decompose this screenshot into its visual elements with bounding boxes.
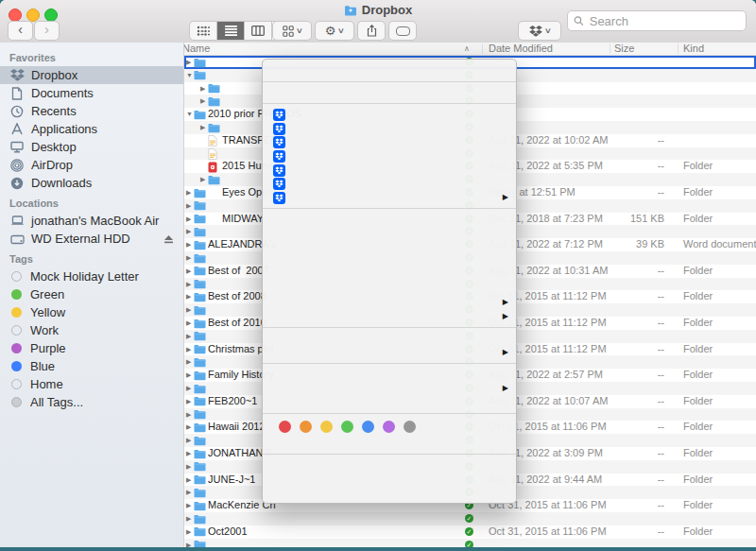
menu-item-request-files-[interactable]: Request files... ▶	[263, 135, 516, 149]
menu-item-rename[interactable]: Rename ▶	[263, 227, 516, 241]
disclosure-triangle-icon[interactable]: ▶	[186, 447, 191, 460]
disclosure-triangle-icon[interactable]: ▶	[186, 343, 191, 356]
disclosure-triangle-icon[interactable]: ▶	[186, 434, 191, 447]
sidebar-item-desktop[interactable]: Desktop	[0, 138, 183, 156]
disclosure-triangle-icon[interactable]: ▶	[186, 525, 191, 539]
disclosure-triangle-icon[interactable]: ▶	[186, 199, 191, 213]
sidebar-item-airdrop[interactable]: AirDrop	[0, 156, 183, 174]
sidebar-item-work[interactable]: Work	[0, 321, 183, 339]
dropbox-toolbar-button[interactable]: ∨	[518, 21, 561, 41]
disclosure-triangle-icon[interactable]: ▶	[186, 474, 191, 487]
column-header-size[interactable]: Size	[614, 43, 634, 55]
forward-button[interactable]: ›	[34, 21, 60, 41]
tag-color-button[interactable]	[341, 421, 353, 433]
sidebar-item-recents[interactable]: Recents	[0, 102, 183, 120]
sidebar-item-purple[interactable]: Purple	[0, 339, 183, 357]
tags-button[interactable]	[388, 21, 417, 41]
menu-item-make-alias[interactable]: Make Alias ▶	[263, 268, 516, 283]
sidebar-item-downloads[interactable]: Downloads	[0, 174, 183, 192]
sidebar-item-green[interactable]: Green	[0, 285, 183, 303]
menu-item-copy-2022-fire-back-ups-no-1-8-11-2022-[interactable]: Copy “ 2022 FIRE BACK UPS No 1 8 11 2022…	[263, 332, 516, 346]
column-header-kind[interactable]: Kind	[683, 43, 704, 55]
menu-item-folder-actions-setup-[interactable]: Folder Actions Setup... ▶	[263, 458, 516, 473]
disclosure-triangle-icon[interactable]: ▶	[186, 395, 191, 408]
menu-item-get-info[interactable]: Get Info ▶	[263, 213, 516, 227]
disclosure-triangle-icon[interactable]: ▶	[186, 408, 191, 422]
disclosure-triangle-icon[interactable]: ▶	[186, 278, 191, 291]
disclosure-triangle-icon[interactable]: ▶	[186, 186, 191, 199]
tag-color-button[interactable]	[362, 421, 374, 433]
group-button[interactable]: ∨	[272, 21, 312, 41]
menu-item-copy-dropbox-link[interactable]: Copy Dropbox Link ▶	[263, 149, 516, 164]
sidebar-item-wd-external-hdd[interactable]: WD External HDD	[0, 230, 183, 248]
disclosure-triangle-icon[interactable]: ▶	[186, 225, 191, 238]
disclosure-triangle-icon[interactable]: ▶	[186, 290, 191, 303]
table-row[interactable]: ▶ OGF Scans ✓ Jul 30, 2022 at 5:14 PM --…	[184, 512, 756, 525]
column-header-date-modified[interactable]: Date Modified	[489, 43, 553, 55]
share-button[interactable]	[357, 21, 386, 41]
sidebar-item-documents[interactable]: Documents	[0, 84, 183, 102]
tag-color-button[interactable]	[320, 421, 333, 433]
sidebar-item-jonathan-s-macbook-air[interactable]: jonathan's MacBook Air	[0, 212, 183, 230]
disclosure-triangle-icon[interactable]: ▶	[186, 330, 191, 343]
disclosure-triangle-icon[interactable]: ▶	[186, 238, 191, 251]
disclosure-triangle-icon[interactable]: ▶	[186, 56, 191, 69]
menu-item-rewind[interactable]: Rewind ▶	[263, 164, 516, 178]
disclosure-triangle-icon[interactable]: ▶	[186, 355, 191, 369]
menu-item-share-[interactable]: Share... ▶	[263, 108, 516, 122]
disclosure-triangle-icon[interactable]: ▶	[186, 460, 191, 474]
menu-item-import-from-iphone-or-ipad[interactable]: Import from iPhone or iPad ▶	[263, 346, 516, 360]
disclosure-triangle-icon[interactable]: ▶	[186, 421, 191, 434]
tag-color-button[interactable]	[279, 421, 291, 433]
eject-icon[interactable]	[163, 232, 174, 247]
disclosure-triangle-icon[interactable]: ▶	[186, 382, 191, 395]
menu-item-duplicate[interactable]: Duplicate ▶	[263, 254, 516, 268]
sidebar-item-dropbox[interactable]: Dropbox	[0, 66, 183, 84]
menu-item-view-on-dropbox-com[interactable]: View on Dropbox.com ▶	[263, 177, 516, 191]
disclosure-triangle-icon[interactable]: ▶	[200, 173, 205, 186]
menu-item-organize[interactable]: Organize ▶	[263, 191, 516, 205]
icon-view-button[interactable]	[190, 22, 217, 40]
menu-item-share[interactable]: Share ▶	[263, 296, 516, 310]
disclosure-triangle-icon[interactable]: ▶	[186, 369, 191, 382]
menu-item-compress-2022-fire-back-ups-no-1-8-11-20[interactable]: Compress “ 2022 FIRE BACK UPS No 1 8 11 …	[263, 241, 516, 255]
tag-color-button[interactable]	[383, 421, 395, 433]
sidebar-item-yellow[interactable]: Yellow	[0, 303, 183, 321]
disclosure-triangle-icon[interactable]: ▶	[186, 499, 191, 512]
menu-item-quick-look-2022-fire-back-ups-no-1-8-11-[interactable]: Quick Look “ 2022 FIRE BACK UPS No 1 8 1…	[263, 282, 516, 296]
disclosure-triangle-icon[interactable]: ▼	[186, 108, 193, 121]
disclosure-triangle-icon[interactable]: ▶	[186, 486, 191, 499]
column-header-name[interactable]: Name	[184, 43, 210, 55]
menu-item-quick-actions[interactable]: Quick Actions ▶	[263, 310, 516, 324]
disclosure-triangle-icon[interactable]: ▼	[186, 69, 193, 82]
disclosure-triangle-icon[interactable]: ▶	[186, 512, 191, 525]
menu-item-use-groups[interactable]: Use Groups ▶	[263, 368, 516, 382]
menu-item-show-view-options[interactable]: Show View Options ▶	[263, 395, 516, 409]
search-input[interactable]	[588, 13, 740, 29]
disclosure-triangle-icon[interactable]: ▶	[186, 317, 191, 330]
menu-item-tags-[interactable]: Tags... ▶	[263, 436, 516, 450]
disclosure-triangle-icon[interactable]: ▶	[200, 121, 205, 134]
menu-item-send-a-copy-[interactable]: Send a copy... ▶	[263, 122, 516, 136]
sidebar-item-mock-holiday-letter[interactable]: Mock Holiday Letter	[0, 267, 183, 285]
disclosure-triangle-icon[interactable]: ▶	[186, 265, 191, 278]
disclosure-triangle-icon[interactable]: ▶	[200, 82, 205, 95]
disclosure-triangle-icon[interactable]: ▶	[186, 251, 191, 265]
tag-color-button[interactable]	[300, 421, 312, 433]
menu-item-open-in-new-tab[interactable]: Open in New Tab ▶	[263, 63, 516, 77]
menu-item-new-terminal-tab-at-folder[interactable]: New Terminal Tab at Folder ▶	[263, 472, 516, 486]
sidebar-item-home[interactable]: Home	[0, 375, 183, 393]
sidebar-item-applications[interactable]: Applications	[0, 120, 183, 138]
menu-item-move-to-trash[interactable]: Move to Trash ▶	[263, 86, 516, 100]
action-button[interactable]: ⚙∨	[315, 21, 354, 41]
menu-item-sort-by[interactable]: Sort By ▶	[263, 382, 516, 396]
table-row[interactable]: ▶ Phoebe Hearst Graduation ✓ Oct 31, 201…	[184, 525, 756, 539]
sidebar-item-all-tags-[interactable]: All Tags...	[0, 393, 183, 411]
sidebar-item-blue[interactable]: Blue	[0, 357, 183, 375]
search-field[interactable]	[567, 10, 747, 31]
menu-item-new-terminal-at-folder[interactable]: New Terminal at Folder ▶	[263, 486, 516, 500]
list-view-button[interactable]	[217, 22, 245, 40]
disclosure-triangle-icon[interactable]: ▶	[186, 213, 191, 226]
back-button[interactable]: ‹	[8, 21, 33, 41]
disclosure-triangle-icon[interactable]: ▶	[186, 303, 191, 317]
